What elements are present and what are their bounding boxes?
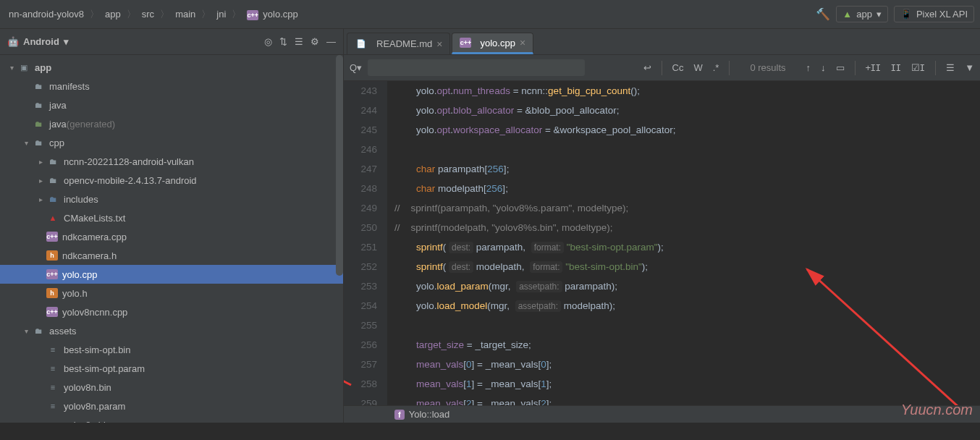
collapse-icon[interactable]: — [326,36,336,47]
sidebar-header: 🤖 Android ▾ ◎ ⇅ ☰ ⚙ — [0,29,343,55]
add-selection-icon[interactable]: +ⵊⵊ [866,62,882,73]
target-icon[interactable]: ◎ [264,36,272,47]
editor-tab[interactable]: 📄README.md× [347,33,450,54]
tree-item-label: app [35,62,51,73]
tree-item-label: ncnn-20221128-android-vulkan [64,156,194,167]
breadcrumb-item[interactable]: app [102,7,124,21]
up-icon[interactable]: ↑ [806,62,811,73]
filter-icon[interactable]: ☰ [295,36,303,47]
code-line[interactable]: char parampath[256]; [394,159,980,179]
project-tree[interactable]: ▾▣app🖿manifests🖿java🖿java (generated)▾🖿c… [0,55,343,423]
device-selector[interactable]: 📱 Pixel XL API [894,6,974,22]
code-line[interactable]: target_size = _target_size; [394,335,980,355]
tree-item-label: includes [64,194,98,205]
breadcrumb-item[interactable]: nn-android-yolov8 [6,7,87,21]
line-number: 257 [344,355,377,374]
tree-item[interactable]: ▸🖿includes [0,190,343,208]
code-line[interactable]: yolo.opt.blob_allocator = &blob_pool_all… [394,101,980,120]
tree-arrow-icon[interactable]: ▸ [35,158,46,166]
tree-item[interactable]: 🖿manifests [0,77,343,96]
tree-item[interactable]: hyolo.h [0,284,343,302]
code-line[interactable]: mean_vals[0] = _mean_vals[0]; [394,355,980,374]
tree-arrow-icon[interactable]: ▾ [6,64,17,72]
breadcrumb-item[interactable]: jni [214,7,229,21]
code-line[interactable]: yolo.opt.workspace_allocator = &workspac… [394,120,980,140]
editor-status-bar: f Yolo::load [344,405,980,423]
tree-item[interactable]: ▸🖿opencv-mobile-2.4.13.7-android [0,171,343,190]
breadcrumb-item[interactable]: c++yolo.cpp [244,7,300,22]
select-all-occurrences-icon[interactable]: ☑ⵊ [911,62,925,73]
tree-item[interactable]: ≡yolov8s.bin [0,415,343,423]
sort-icon[interactable]: ⇅ [279,36,287,47]
tree-item[interactable]: c++ndkcamera.cpp [0,227,343,246]
code-line[interactable] [394,140,980,159]
gear-icon[interactable]: ⚙ [311,36,319,47]
breadcrumb-separator: 〉 [201,8,211,21]
remove-selection-icon[interactable]: ⵊⵊ [891,62,901,73]
tab-close-icon[interactable]: × [520,37,525,48]
build-icon[interactable]: 🔨 [816,7,830,21]
code-line[interactable]: yolo.opt.num_threads = ncnn::get_big_cpu… [394,81,980,101]
tree-item[interactable]: c++yolov8ncnn.cpp [0,302,343,321]
code-line[interactable]: yolo.load_model(mgr, assetpath: modelpat… [394,296,980,316]
tree-item[interactable]: ≡best-sim-opt.bin [0,340,343,359]
tree-item[interactable]: ▾▣app [0,58,343,77]
tree-item[interactable]: ▲CMakeLists.txt [0,208,343,227]
tree-arrow-icon[interactable]: ▸ [35,195,46,203]
match-case-icon[interactable]: Cc [672,62,684,73]
code-line[interactable]: char modelpath[256]; [394,179,980,198]
tree-item-label: manifests [49,81,90,92]
status-badge: f [394,410,405,420]
line-number: 253 [344,276,377,296]
code-editor[interactable]: 2432442452462472482492502512522532542552… [344,81,980,405]
tree-arrow-icon[interactable]: ▾ [20,139,32,147]
breadcrumb-item[interactable]: src [139,7,157,21]
line-number: 254 [344,296,377,316]
tree-scrollbar[interactable] [336,55,343,276]
code-line[interactable]: sprintf( dest: modelpath, format: "best-… [394,257,980,276]
code-line[interactable]: mean_vals[2] = _mean_vals[2]; [394,394,980,405]
code-line[interactable]: // sprintf(modelpath, "yolov8%s.bin", mo… [394,218,980,237]
settings-icon[interactable]: ☰ [946,62,955,73]
code-line[interactable]: sprintf( dest: parampath, format: "best-… [394,237,980,257]
tree-item-label: best-sim-opt.param [64,363,145,374]
filter-search-icon[interactable]: ▼ [965,62,974,73]
code-line[interactable]: mean_vals[1] = _mean_vals[1]; [394,374,980,394]
line-number: 259 [344,394,377,405]
tree-item-label: opencv-mobile-2.4.13.7-android [64,175,197,186]
run-config-selector[interactable]: ▲ app ▾ [836,6,888,22]
editor-tab[interactable]: c++yolo.cpp× [452,33,533,54]
tree-item-label: java [49,100,67,111]
separator [729,61,730,75]
tree-arrow-icon[interactable]: ▾ [20,327,32,335]
down-icon[interactable]: ↓ [821,62,826,73]
words-icon[interactable]: W [693,62,702,73]
prev-occurrence-icon[interactable]: ↩ [643,62,651,73]
tree-item[interactable]: ▾🖿cpp [0,133,343,152]
tree-item[interactable]: 🖿java (generated) [0,114,343,133]
breadcrumb-item[interactable]: main [172,7,198,21]
tree-item-label: yolo.h [62,288,88,299]
tree-item[interactable]: ≡yolov8n.bin [0,378,343,397]
tree-item[interactable]: 🖿java [0,96,343,114]
tree-item-label: CMakeLists.txt [64,213,125,224]
project-sidebar: 🤖 Android ▾ ◎ ⇅ ☰ ⚙ — ▾▣app🖿manifests🖿ja… [0,29,344,423]
line-gutter: 2432442452462472482492502512522532542552… [344,81,387,405]
tree-arrow-icon[interactable]: ▸ [35,177,46,185]
sidebar-view-selector[interactable]: 🤖 Android ▾ [7,36,69,47]
search-results-count: 0 results [750,62,785,73]
select-all-icon[interactable]: ▭ [836,62,845,73]
tree-item[interactable]: ≡yolov8n.param [0,397,343,415]
code-line[interactable]: // sprintf(parampath, "yolov8%s.param", … [394,198,980,218]
tree-item[interactable]: ≡best-sim-opt.param [0,359,343,378]
tree-item[interactable]: ▾🖿assets [0,321,343,340]
code-line[interactable] [394,316,980,335]
tree-item[interactable]: c++yolo.cpp [0,265,343,284]
code-content[interactable]: yolo.opt.num_threads = ncnn::get_big_cpu… [387,81,980,405]
code-line[interactable]: yolo.load_param(mgr, assetpath: parampat… [394,276,980,296]
tab-close-icon[interactable]: × [436,38,442,50]
search-input[interactable] [368,59,585,76]
tree-item[interactable]: ▸🖿ncnn-20221128-android-vulkan [0,152,343,171]
tree-item[interactable]: hndkcamera.h [0,246,343,265]
regex-icon[interactable]: .* [713,62,719,73]
